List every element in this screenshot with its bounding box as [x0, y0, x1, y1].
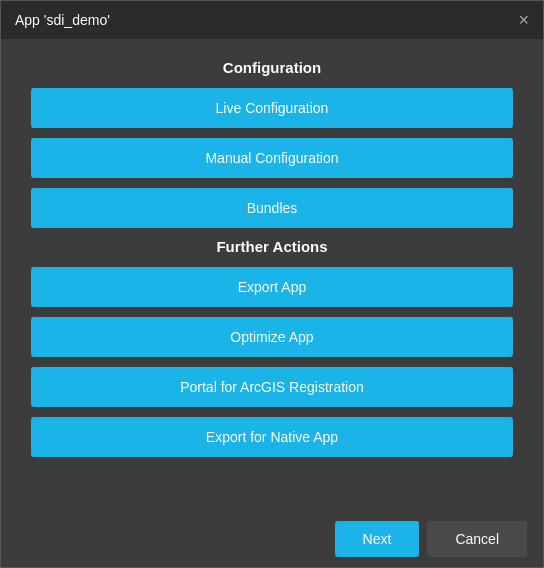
bundles-button[interactable]: Bundles [31, 188, 513, 228]
further-actions-label: Further Actions [31, 238, 513, 255]
export-app-button[interactable]: Export App [31, 267, 513, 307]
dialog-title: App 'sdi_demo' [15, 12, 110, 28]
next-button[interactable]: Next [335, 521, 420, 557]
portal-arcgis-button[interactable]: Portal for ArcGIS Registration [31, 367, 513, 407]
manual-configuration-button[interactable]: Manual Configuration [31, 138, 513, 178]
export-native-app-button[interactable]: Export for Native App [31, 417, 513, 457]
dialog-content: Configuration Live Configuration Manual … [1, 39, 543, 511]
cancel-button[interactable]: Cancel [427, 521, 527, 557]
dialog: App 'sdi_demo' × Configuration Live Conf… [0, 0, 544, 568]
optimize-app-button[interactable]: Optimize App [31, 317, 513, 357]
title-bar: App 'sdi_demo' × [1, 1, 543, 39]
configuration-label: Configuration [31, 59, 513, 76]
close-button[interactable]: × [518, 11, 529, 29]
live-configuration-button[interactable]: Live Configuration [31, 88, 513, 128]
dialog-footer: Next Cancel [1, 511, 543, 567]
